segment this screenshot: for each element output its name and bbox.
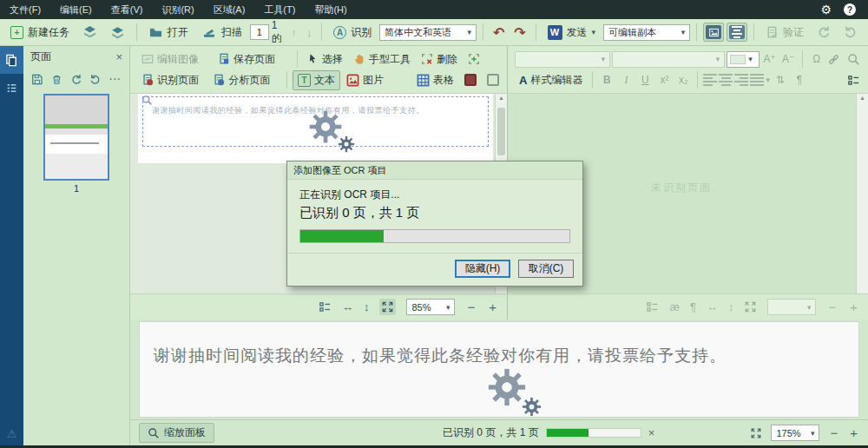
select-tool-button[interactable]: 选择 [303, 50, 347, 69]
underline-button[interactable]: U [636, 74, 654, 86]
scroll-up-icon[interactable]: ▴ [860, 94, 864, 102]
prev-page-arrow-icon[interactable]: ↑ [287, 26, 300, 39]
menu-edit[interactable]: 编辑(E) [50, 0, 102, 19]
page-thumbnail[interactable] [43, 94, 109, 181]
formatting-marks-icon[interactable]: ¶ [690, 300, 696, 313]
hide-button[interactable]: 隐藏(H) [455, 260, 510, 278]
open-button[interactable]: 打开 [143, 23, 194, 43]
selection-region[interactable]: 谢谢抽时间阅读我的经验，如果觉得此条经验对你有用，请投票给予支持。 [142, 96, 489, 147]
new-task-button[interactable]: + 新建任务 [5, 23, 75, 43]
text-zoom-select[interactable]: ▾ [767, 299, 816, 315]
font-color-select[interactable]: ▾ [727, 51, 759, 68]
picture-region-button[interactable]: 图片 [342, 71, 388, 89]
align-dropdown-icon[interactable]: ▾ [766, 76, 770, 84]
scrollbar-thumb[interactable] [497, 108, 505, 155]
verify-button[interactable]: 验证 [760, 23, 809, 43]
zoom-in-button[interactable]: + [487, 300, 498, 314]
page-number-input[interactable]: 1 [250, 24, 269, 40]
recognize-page-button[interactable]: 识别页面 [137, 71, 207, 89]
zoom-out-button[interactable]: − [828, 425, 839, 440]
close-icon[interactable]: × [648, 426, 655, 439]
save-icon[interactable] [31, 73, 43, 86]
image-view-toggle[interactable] [703, 23, 724, 42]
close-icon[interactable]: × [115, 50, 122, 63]
text-region-button[interactable]: T 文本 [293, 70, 340, 90]
font-size-select[interactable]: ▾ [612, 51, 725, 68]
align-right-button[interactable] [734, 74, 748, 86]
zoom-in-button[interactable]: + [848, 300, 859, 314]
menu-file[interactable]: 文件(F) [0, 0, 50, 19]
menu-view[interactable]: 查看(V) [102, 0, 153, 19]
rotate-left-button[interactable] [812, 23, 836, 42]
scan-button[interactable]: 扫描 [196, 23, 247, 43]
format-select[interactable]: 可编辑副本 ▾ [603, 24, 690, 41]
add-region-button[interactable] [464, 51, 484, 67]
next-page-arrow-icon[interactable]: ↓ [303, 26, 316, 39]
symbol-omega-button[interactable]: Ω [808, 53, 825, 65]
menu-recognize[interactable]: 识别(R) [152, 0, 203, 19]
menu-tools[interactable]: 工具(T) [254, 0, 305, 19]
save-page-button[interactable]: 保存页面 [214, 50, 292, 69]
font-bigger-button[interactable]: A⁺ [761, 53, 779, 65]
cancel-button[interactable]: 取消(C) [518, 260, 574, 278]
rotate-cw-icon[interactable] [89, 73, 102, 86]
rotate-right-button[interactable] [838, 23, 863, 42]
zoom-out-button[interactable]: − [465, 300, 477, 314]
empty-region-button[interactable] [483, 72, 503, 88]
special-chars-icon[interactable]: æ [669, 300, 680, 313]
italic-button[interactable]: I [617, 74, 635, 87]
recognize-button[interactable]: A 识别 [328, 23, 377, 43]
analyze-page-button[interactable]: 分析页面 [208, 71, 281, 89]
menu-help[interactable]: 帮助(H) [305, 0, 356, 19]
font-family-select[interactable]: ▾ [515, 51, 610, 68]
more-icon[interactable]: ··· [109, 74, 122, 84]
zoom-panel-toggle-button[interactable]: 缩放面板 [139, 423, 214, 443]
sidebar-item-pages[interactable] [0, 46, 23, 74]
menu-area[interactable]: 区域(A) [204, 0, 255, 19]
zoom-panel-canvas[interactable]: 谢谢抽时间阅读我的经验，如果觉得此条经验对你有用，请投票给予支持。 [139, 321, 859, 418]
send-button[interactable]: W 发送 ▾ [542, 23, 602, 43]
text-view-toggle[interactable] [727, 23, 747, 42]
table-region-button[interactable]: 表格 [412, 71, 458, 89]
fit-width-icon[interactable]: ↔ [342, 300, 353, 313]
main-zoom-select[interactable]: 175% ▾ [771, 425, 819, 441]
delete-page-icon[interactable] [51, 73, 62, 86]
scroll-up-icon[interactable]: ▴ [499, 94, 503, 102]
bold-button[interactable]: B [598, 74, 615, 86]
zoom-out-button[interactable]: − [826, 300, 838, 314]
help-icon[interactable]: ? [844, 3, 856, 16]
outline-button[interactable] [847, 74, 865, 87]
image-zoom-select[interactable]: 85% ▾ [406, 299, 455, 315]
zoom-in-button[interactable]: + [848, 425, 859, 440]
align-justify-button[interactable] [750, 74, 764, 86]
sidebar-item-list[interactable] [0, 74, 23, 102]
language-select[interactable]: 简体中文和英语 ▾ [379, 24, 477, 41]
view-settings-icon[interactable] [646, 300, 659, 313]
redo-icon[interactable]: ↷ [510, 24, 529, 41]
dialog-title-bar[interactable]: 添加图像至 OCR 项目 [287, 161, 582, 180]
rotate-ccw-icon[interactable] [70, 73, 82, 86]
delete-region-button[interactable]: 删除 [417, 50, 462, 69]
view-settings-icon[interactable] [319, 300, 332, 313]
settings-gear-icon[interactable]: ⚙ [820, 3, 832, 16]
fit-width-icon[interactable]: ↔ [707, 300, 718, 313]
superscript-button[interactable]: x² [655, 74, 673, 86]
fit-page-button[interactable] [379, 299, 396, 315]
align-center-button[interactable] [719, 74, 733, 86]
link-button[interactable] [827, 53, 845, 66]
hand-tool-button[interactable]: 手型工具 [349, 50, 415, 69]
layers-button[interactable] [105, 23, 130, 43]
paragraph-settings-button[interactable]: ¶ [791, 74, 808, 86]
align-left-button[interactable] [703, 74, 717, 86]
warning-icon[interactable]: ⚠ [0, 427, 23, 440]
text-view-scrollbar[interactable]: ▴ [856, 94, 868, 293]
background-region-button[interactable] [460, 72, 481, 88]
line-spacing-button[interactable]: ⇅ [772, 74, 789, 86]
fit-page-icon[interactable] [750, 427, 762, 439]
font-smaller-button[interactable]: A⁻ [779, 53, 797, 65]
fit-height-icon[interactable]: ↕ [364, 300, 370, 313]
style-editor-button[interactable]: A 样式编辑器 [515, 71, 587, 89]
edit-image-button[interactable]: 编辑图像 [137, 50, 212, 69]
subscript-button[interactable]: x₂ [674, 74, 692, 86]
fit-height-icon[interactable]: ↕ [728, 300, 734, 313]
